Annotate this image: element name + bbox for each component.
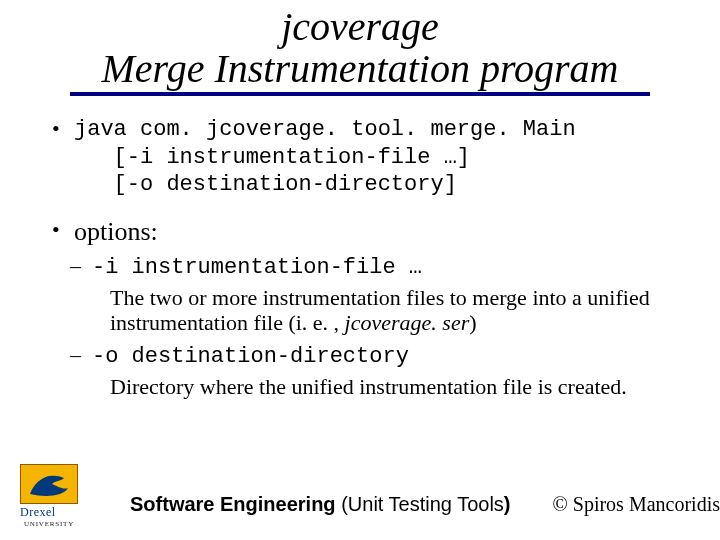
bullet-invocation: java com. jcoverage. tool. merge. Main […	[48, 116, 684, 199]
drexel-logo-mark	[20, 464, 78, 504]
slide-body: java com. jcoverage. tool. merge. Main […	[20, 96, 700, 399]
opt-i-desc-c: )	[469, 310, 476, 335]
opt-o-flag: -o destination-directory	[92, 344, 409, 369]
footer-course: Software Engineering (Unit Testing Tools…	[130, 493, 511, 516]
footer-course-bold: Software Engineering	[130, 493, 336, 515]
slide: jcoverage Merge Instrumentation program …	[0, 0, 720, 540]
dragon-icon	[26, 468, 72, 500]
footer-copyright: © Spiros Mancoridis	[553, 493, 720, 516]
code-line-1: java com. jcoverage. tool. merge. Main	[74, 116, 684, 144]
slide-title: jcoverage Merge Instrumentation program	[20, 0, 700, 96]
footer-course-paren: )	[504, 493, 511, 515]
bullet-options: options:	[48, 217, 684, 247]
subbullet-opt-o: -o destination-directory	[48, 342, 684, 371]
opt-i-desc-filename: jcoverage. ser	[345, 310, 470, 335]
opt-i-description: The two or more instrumentation files to…	[110, 285, 674, 336]
logo-subtext: UNIVERSITY	[20, 520, 78, 528]
opt-o-description: Directory where the unified instrumentat…	[110, 374, 674, 399]
drexel-logo: Drexel UNIVERSITY	[20, 464, 78, 528]
code-line-2: [-i instrumentation-file …]	[74, 144, 684, 172]
subbullet-opt-i: -i instrumentation-file …	[48, 253, 684, 282]
slide-footer: Drexel UNIVERSITY Software Engineering (…	[0, 476, 720, 532]
opt-i-flag: -i instrumentation-file …	[92, 255, 422, 280]
title-line-2: Merge Instrumentation program	[20, 48, 700, 90]
code-line-3: [-o destination-directory]	[74, 171, 684, 199]
footer-course-plain: (Unit Testing Tools	[336, 493, 504, 515]
logo-text: Drexel	[20, 505, 78, 520]
title-line-1: jcoverage	[20, 6, 700, 48]
